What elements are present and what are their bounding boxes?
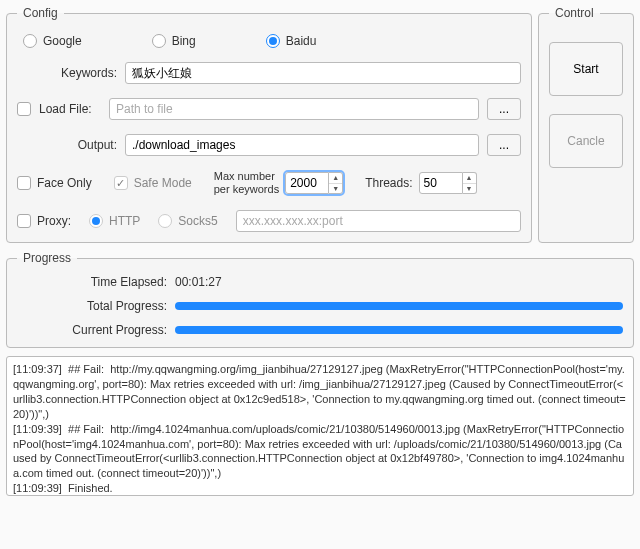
keywords-label: Keywords: xyxy=(17,66,117,80)
current-progress-bar xyxy=(175,326,623,334)
elapsed-label: Time Elapsed: xyxy=(17,275,167,289)
config-group: Config Google Bing Baidu Keywords: Load … xyxy=(6,6,532,243)
safemode-label: Safe Mode xyxy=(134,176,192,190)
control-group: Control Start Cancle xyxy=(538,6,634,243)
progress-legend: Progress xyxy=(17,251,77,265)
faceonly-label: Face Only xyxy=(37,176,92,190)
total-progress-bar xyxy=(175,302,623,310)
threads-input[interactable] xyxy=(419,172,463,194)
maxnum-label: Max numberper keywords xyxy=(214,170,279,196)
progress-group: Progress Time Elapsed:00:01:27 Total Pro… xyxy=(6,251,634,348)
maxnum-input[interactable] xyxy=(285,172,329,194)
total-progress-label: Total Progress: xyxy=(17,299,167,313)
faceonly-check[interactable] xyxy=(17,176,31,190)
maxnum-stepper[interactable]: ▲▼ xyxy=(329,172,343,194)
radio-google[interactable]: Google xyxy=(23,34,82,48)
proxy-check[interactable] xyxy=(17,214,31,228)
log-output: [11:09:37] ## Fail: http://my.qqwangming… xyxy=(6,356,634,496)
loadfile-browse-button[interactable]: ... xyxy=(487,98,521,120)
proxy-input[interactable] xyxy=(236,210,521,232)
elapsed-value: 00:01:27 xyxy=(175,275,222,289)
loadfile-label: Load File: xyxy=(39,102,101,116)
proxy-label: Proxy: xyxy=(37,214,71,228)
radio-baidu[interactable]: Baidu xyxy=(266,34,317,48)
threads-label: Threads: xyxy=(365,176,412,190)
radio-socks5[interactable]: Socks5 xyxy=(158,214,217,228)
radio-bing[interactable]: Bing xyxy=(152,34,196,48)
loadfile-check[interactable] xyxy=(17,102,31,116)
control-legend: Control xyxy=(549,6,600,20)
threads-stepper[interactable]: ▲▼ xyxy=(463,172,477,194)
config-legend: Config xyxy=(17,6,64,20)
keywords-input[interactable] xyxy=(125,62,521,84)
engine-radios: Google Bing Baidu xyxy=(17,34,521,48)
cancel-button[interactable]: Cancle xyxy=(549,114,623,168)
safemode-check[interactable] xyxy=(114,176,128,190)
start-button[interactable]: Start xyxy=(549,42,623,96)
loadfile-input[interactable] xyxy=(109,98,479,120)
output-browse-button[interactable]: ... xyxy=(487,134,521,156)
radio-http[interactable]: HTTP xyxy=(89,214,140,228)
output-input[interactable] xyxy=(125,134,479,156)
output-label: Output: xyxy=(17,138,117,152)
current-progress-label: Current Progress: xyxy=(17,323,167,337)
